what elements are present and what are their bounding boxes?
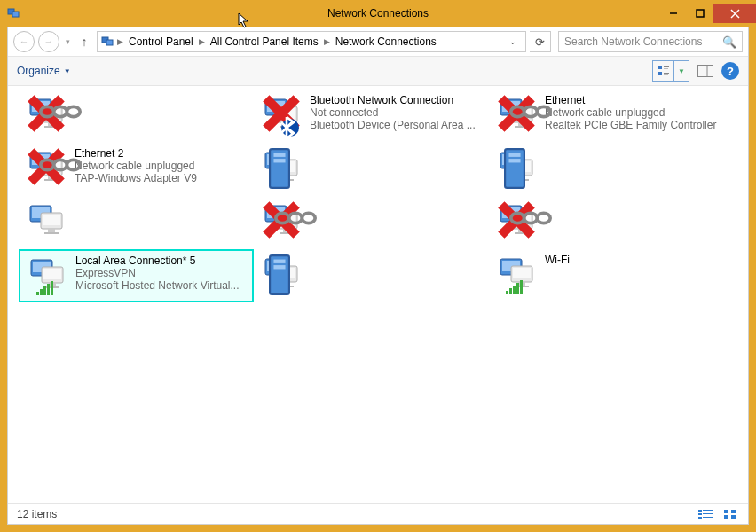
network-adapter-icon — [495, 147, 538, 190]
view-tiles-icon[interactable] — [653, 61, 674, 81]
network-connection-item[interactable]: EthernetNetwork cable unpluggedRealtek P… — [489, 90, 724, 141]
network-adapter-icon — [25, 94, 67, 137]
breadcrumb-item[interactable]: All Control Panel Items — [207, 35, 322, 48]
network-connection-item[interactable] — [489, 196, 724, 247]
svg-point-45 — [537, 106, 550, 116]
chevron-right-icon[interactable]: ▶ — [117, 37, 123, 46]
svg-rect-11 — [658, 72, 662, 75]
svg-point-102 — [537, 213, 550, 223]
breadcrumb-path[interactable]: ▶ Control Panel ▶ All Control Panel Item… — [97, 31, 526, 52]
connection-name: Local Area Connection* 5 — [75, 254, 247, 267]
back-button[interactable]: ← — [13, 31, 35, 52]
path-dropdown[interactable]: ⌄ — [504, 37, 522, 46]
svg-rect-132 — [724, 515, 728, 519]
history-dropdown[interactable]: ▾ — [63, 37, 72, 46]
organize-menu[interactable]: Organize ▼ — [17, 65, 71, 77]
view-mode-selector[interactable]: ▼ — [652, 60, 689, 82]
network-connection-item[interactable] — [19, 90, 254, 141]
close-button[interactable] — [713, 4, 756, 23]
svg-rect-117 — [273, 265, 285, 269]
svg-point-44 — [524, 106, 538, 116]
search-input[interactable]: Search Network Connections 🔍 — [558, 31, 743, 52]
svg-point-43 — [511, 106, 524, 116]
up-button[interactable]: ↑ — [75, 35, 93, 49]
svg-point-89 — [276, 213, 289, 223]
view-dropdown[interactable]: ▼ — [674, 61, 689, 81]
network-adapter-icon — [260, 254, 303, 296]
svg-rect-126 — [698, 513, 702, 515]
refresh-button[interactable]: ⟳ — [530, 31, 551, 52]
minimize-button[interactable] — [660, 4, 687, 23]
preview-pane-button[interactable] — [695, 60, 716, 82]
connection-info: Ethernet 2Network cable unpluggedTAP-Win… — [75, 147, 248, 184]
network-connection-item[interactable] — [254, 143, 489, 194]
network-connection-item[interactable] — [254, 196, 489, 247]
chevron-right-icon[interactable]: ▶ — [199, 37, 205, 46]
svg-rect-80 — [44, 232, 59, 234]
item-count: 12 items — [17, 508, 57, 520]
search-placeholder: Search Network Connections — [564, 35, 702, 48]
breadcrumb-item[interactable]: Control Panel — [125, 35, 197, 48]
window-icon — [7, 6, 21, 20]
svg-rect-79 — [48, 229, 55, 232]
network-connection-item[interactable] — [489, 143, 724, 194]
svg-point-24 — [41, 106, 54, 116]
svg-rect-125 — [703, 510, 713, 511]
connection-info: Local Area Connection* 5ExpressVPNMicros… — [75, 254, 247, 292]
svg-rect-64 — [273, 153, 285, 157]
breadcrumb-item[interactable]: Network Connections — [332, 35, 440, 48]
connection-info: EthernetNetwork cable unpluggedRealtek P… — [545, 94, 718, 131]
svg-rect-10 — [664, 68, 668, 69]
address-bar: ← → ▾ ↑ ▶ Control Panel ▶ All Control Pa… — [8, 27, 748, 57]
organize-label: Organize — [17, 65, 60, 77]
network-connection-item[interactable]: Bluetooth Network ConnectionNot connecte… — [254, 90, 489, 141]
svg-rect-124 — [698, 510, 702, 512]
svg-rect-78 — [43, 215, 60, 225]
details-view-icon[interactable] — [697, 507, 714, 521]
toolbar: Organize ▼ ▼ ? — [8, 57, 748, 86]
svg-rect-106 — [43, 269, 61, 279]
svg-point-56 — [67, 160, 80, 169]
window-buttons — [660, 4, 756, 23]
connection-device: Realtek PCIe GBE Family Controller — [545, 119, 718, 131]
connection-name: Bluetooth Network Connection — [310, 94, 483, 106]
search-icon[interactable]: 🔍 — [722, 35, 736, 49]
network-connection-item[interactable]: Ethernet 2Network cable unpluggedTAP-Win… — [19, 143, 254, 194]
svg-rect-14 — [698, 66, 713, 77]
svg-rect-7 — [106, 40, 113, 45]
large-icons-view-icon[interactable] — [721, 507, 739, 521]
content-area[interactable]: Bluetooth Network ConnectionNot connecte… — [8, 86, 748, 503]
help-button[interactable]: ? — [721, 62, 739, 80]
connection-name: Ethernet — [545, 94, 718, 106]
connection-status: Network cable unplugged — [75, 160, 248, 172]
connection-status: Not connected — [310, 106, 483, 119]
svg-point-91 — [302, 213, 315, 223]
network-connection-item[interactable] — [19, 196, 254, 247]
svg-point-101 — [524, 213, 538, 223]
network-adapter-icon — [25, 147, 67, 190]
connection-device: Microsoft Hosted Network Virtual... — [75, 279, 247, 292]
svg-point-54 — [41, 160, 54, 169]
svg-point-55 — [54, 160, 67, 169]
chevron-right-icon[interactable]: ▶ — [324, 37, 330, 46]
network-connection-item[interactable]: Local Area Connection* 5ExpressVPNMicros… — [19, 249, 254, 302]
window-title: Network Connections — [327, 7, 429, 20]
network-adapter-icon — [495, 200, 538, 243]
svg-point-26 — [67, 106, 80, 116]
maximize-button[interactable] — [687, 4, 713, 23]
network-connection-item[interactable] — [254, 249, 489, 302]
svg-rect-12 — [664, 73, 669, 74]
status-bar: 12 items — [8, 503, 748, 524]
network-adapter-icon — [260, 147, 303, 190]
connection-device: Bluetooth Device (Personal Area ... — [310, 119, 483, 131]
svg-rect-129 — [703, 517, 713, 518]
network-connection-item[interactable]: Wi-Fi — [489, 249, 724, 302]
connection-name: Ethernet 2 — [75, 147, 248, 160]
svg-rect-121 — [513, 268, 531, 278]
network-adapter-icon — [26, 254, 68, 297]
svg-rect-127 — [703, 513, 713, 514]
titlebar[interactable]: Network Connections — [0, 0, 756, 27]
connection-device: TAP-Windows Adapter V9 — [75, 172, 248, 184]
connection-name: Wi-Fi — [545, 254, 718, 266]
forward-button[interactable]: → — [38, 31, 59, 52]
